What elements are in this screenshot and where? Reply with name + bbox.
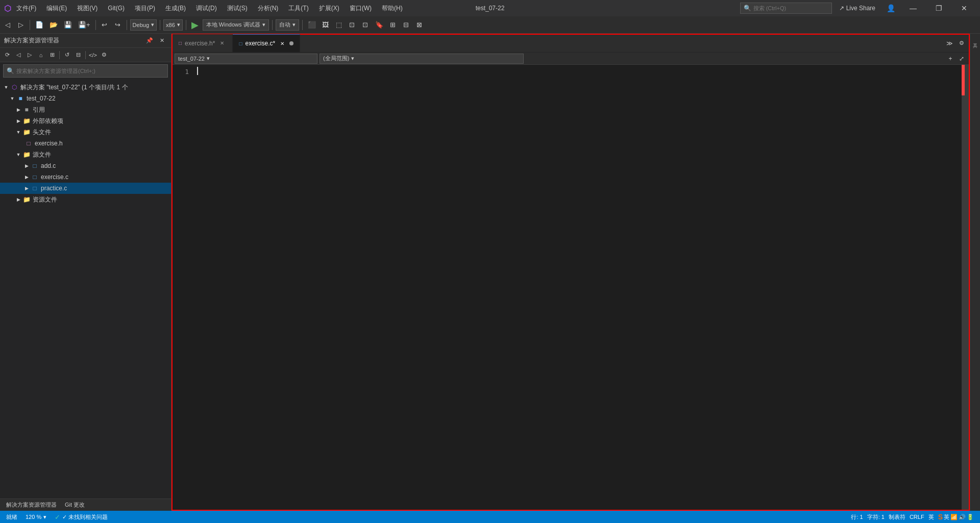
maximize-button[interactable]: ❐ — [927, 0, 950, 16]
tree-item-resources[interactable]: ▶ 📁 资源文件 — [0, 194, 171, 205]
auto-target-dropdown[interactable]: 自动 ▾ — [276, 19, 299, 31]
scope-nav-dropdown[interactable]: (全局范围) ▾ — [320, 54, 524, 64]
menu-project[interactable]: 项目(P) — [130, 2, 160, 15]
se-sync-button[interactable]: ⟳ — [2, 50, 12, 60]
se-search-input[interactable] — [16, 68, 164, 74]
title-search[interactable]: 🔍 — [740, 3, 832, 14]
toolbar-btn-4[interactable]: ⊡ — [347, 19, 358, 31]
code-editor[interactable]: 1 — [173, 65, 969, 510]
se-properties-button[interactable]: </> — [88, 50, 98, 60]
right-panel-tools: 工具 — [970, 34, 980, 42]
forward-button[interactable]: ▷ — [15, 19, 27, 31]
status-taskbar-icons[interactable]: S 英 📶 🔊 🔋 — [936, 513, 976, 521]
se-close-button[interactable]: ✕ — [157, 36, 167, 46]
status-encoding[interactable]: 制表符 — [887, 513, 908, 521]
se-tab-git-changes[interactable]: Git 更改 — [63, 501, 87, 509]
nav-maximize-button[interactable]: ⤢ — [957, 54, 967, 64]
tree-item-exercise-c[interactable]: ▶ □ exercise.c — [0, 171, 171, 183]
se-settings-button[interactable]: ⚙ — [99, 50, 109, 60]
solution-explorer-header: 解决方案资源管理器 📌 ✕ — [0, 34, 171, 48]
tree-item-practice-c[interactable]: ▶ □ practice.c — [0, 183, 171, 194]
live-share-button[interactable]: ↗ Live Share — [834, 1, 880, 15]
status-line[interactable]: 行: 1 — [849, 513, 865, 521]
file-nav-dropdown[interactable]: test_07-22 ▾ — [175, 54, 317, 64]
exercise-h-tab-close[interactable]: ✕ — [218, 39, 226, 47]
se-tab-solution-explorer[interactable]: 解决方案资源管理器 — [4, 501, 59, 509]
exercise-h-label: exercise.h — [35, 140, 63, 147]
tree-item-solution[interactable]: ▼ ⬡ 解决方案 "test_07-22" (1 个项目/共 1 个 — [0, 82, 171, 93]
toolbar: ◁ ▷ 📄 📂 💾 💾+ ↩ ↪ Debug ▾ x86 ▾ ▶ 本地 Wind… — [0, 16, 980, 34]
menu-test[interactable]: 测试(S) — [222, 2, 253, 15]
save-button[interactable]: 💾 — [62, 19, 74, 31]
debug-target-dropdown[interactable]: 本地 Windows 调试器 ▾ — [203, 19, 269, 31]
exercise-c-tab-close[interactable]: ✕ — [278, 39, 286, 47]
se-show-all-button[interactable]: ⊞ — [47, 50, 57, 60]
platform-dropdown[interactable]: x86 ▾ — [163, 19, 183, 31]
redo-button[interactable]: ↪ — [112, 19, 124, 31]
solution-explorer-title: 解决方案资源管理器 — [4, 36, 59, 45]
open-file-button[interactable]: 📂 — [47, 19, 60, 31]
save-all-button[interactable]: 💾+ — [76, 19, 92, 31]
toolbar-btn-7[interactable]: ⊞ — [387, 19, 399, 31]
close-button[interactable]: ✕ — [952, 0, 976, 16]
menu-window[interactable]: 窗口(W) — [345, 2, 377, 15]
status-errors[interactable]: ✓ ✓ 未找到相关问题 — [53, 511, 110, 523]
se-forward-button[interactable]: ▷ — [24, 50, 35, 60]
new-file-button[interactable]: 📄 — [33, 19, 45, 31]
solution-explorer-search[interactable]: 🔍 — [3, 64, 168, 78]
menu-tools[interactable]: 工具(T) — [283, 2, 313, 15]
account-icon[interactable]: 👤 — [883, 4, 899, 12]
tree-item-sources[interactable]: ▼ 📁 源文件 — [0, 149, 171, 160]
status-ready[interactable]: 就绪 — [4, 511, 19, 523]
se-pin-button[interactable]: 📌 — [144, 36, 155, 46]
tree-item-exercise-h[interactable]: □ exercise.h — [0, 138, 171, 149]
tab-exercise-h[interactable]: □ exercise.h* ✕ — [173, 34, 233, 52]
menu-help[interactable]: 帮助(H) — [377, 2, 408, 15]
toolbar-btn-2[interactable]: 🖼 — [320, 19, 331, 31]
menu-file[interactable]: 文件(F) — [11, 2, 41, 15]
status-char[interactable]: 字符: 1 — [865, 513, 887, 521]
menu-git[interactable]: Git(G) — [103, 3, 130, 14]
debug-config-dropdown[interactable]: Debug ▾ — [130, 19, 157, 31]
status-line-ending[interactable]: CRLF — [908, 514, 926, 520]
tree-item-external-deps[interactable]: ▶ 📁 外部依赖项 — [0, 115, 171, 127]
toolbar-btn-1[interactable]: ⬛ — [306, 19, 318, 31]
tabs-overflow-button[interactable]: ≫ — [943, 37, 955, 49]
toolbar-btn-9[interactable]: ⊠ — [414, 19, 425, 31]
title-search-input[interactable] — [753, 5, 815, 11]
taskbar-s-icon: S — [938, 513, 943, 521]
status-line-ending-label: CRLF — [910, 514, 924, 520]
menu-analyze[interactable]: 分析(N) — [253, 2, 284, 15]
editor-scrollbar[interactable] — [962, 65, 969, 510]
toolbar-btn-6[interactable]: 🔖 — [373, 19, 385, 31]
se-collapse-button[interactable]: ⊟ — [73, 50, 83, 60]
status-zoom[interactable]: 120 % ▾ — [23, 511, 48, 523]
toolbar-btn-5[interactable]: ⊡ — [360, 19, 371, 31]
toolbar-btn-8[interactable]: ⊟ — [401, 19, 412, 31]
nav-split-button[interactable]: + — [945, 54, 955, 64]
references-icon: ■ — [22, 106, 31, 114]
status-language[interactable]: 英 — [926, 513, 936, 521]
se-back-button[interactable]: ◁ — [13, 50, 23, 60]
menu-build[interactable]: 生成(B) — [160, 2, 191, 15]
tab-exercise-c[interactable]: □ exercise.c* ✕ — [233, 34, 300, 52]
toolbar-btn-3[interactable]: ⬚ — [333, 19, 345, 31]
menu-view[interactable]: 视图(V) — [72, 2, 103, 15]
menu-edit[interactable]: 编辑(E) — [41, 2, 72, 15]
menu-debug[interactable]: 调试(D) — [191, 2, 222, 15]
back-button[interactable]: ◁ — [2, 19, 13, 31]
minimize-button[interactable]: — — [901, 0, 925, 16]
run-button[interactable]: ▶ — [189, 19, 201, 31]
tree-item-headers[interactable]: ▼ 📁 头文件 — [0, 127, 171, 138]
tree-item-project[interactable]: ▼ ■ test_07-22 — [0, 93, 171, 104]
title-bar: ⬡ 文件(F) 编辑(E) 视图(V) Git(G) 项目(P) 生成(B) 调… — [0, 0, 980, 16]
external-deps-icon: 📁 — [22, 117, 31, 125]
code-content[interactable] — [193, 65, 962, 510]
tree-item-references[interactable]: ▶ ■ 引用 — [0, 104, 171, 115]
menu-extensions[interactable]: 扩展(X) — [314, 2, 345, 15]
undo-button[interactable]: ↩ — [99, 19, 110, 31]
se-home-button[interactable]: ⌂ — [36, 50, 46, 60]
tree-item-add-c[interactable]: ▶ □ add.c — [0, 160, 171, 171]
se-refresh-button[interactable]: ↺ — [62, 50, 72, 60]
editor-settings-icon[interactable]: ⚙ — [957, 38, 967, 48]
